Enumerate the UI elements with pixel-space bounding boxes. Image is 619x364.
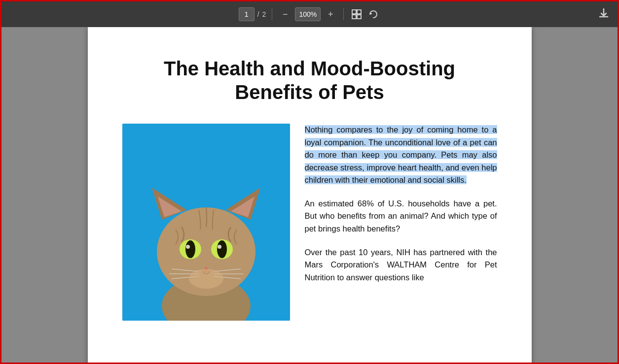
svg-marker-4 <box>370 12 372 15</box>
document-title: The Health and Mood-Boosting Benefits of… <box>122 57 497 104</box>
download-button[interactable] <box>598 7 610 21</box>
divider-2 <box>343 8 344 20</box>
pdf-viewport: The Health and Mood-Boosting Benefits of… <box>1 27 618 364</box>
fit-page-button[interactable] <box>350 7 364 21</box>
page-separator: / <box>257 10 259 18</box>
highlighted-paragraph-1: Nothing compares to the joy of coming ho… <box>305 125 497 184</box>
current-page-value: 1 <box>245 10 249 18</box>
cat-image <box>122 124 290 321</box>
svg-rect-0 <box>352 10 356 14</box>
svg-rect-3 <box>357 15 361 19</box>
svg-rect-2 <box>352 15 356 19</box>
content-row: Nothing compares to the joy of coming ho… <box>122 124 497 321</box>
toolbar-controls: 1 / 2 − 100% + <box>239 7 381 21</box>
rotate-icon <box>368 9 379 20</box>
fit-page-icon <box>351 9 362 20</box>
divider-1 <box>272 8 272 20</box>
paragraph-1: Nothing compares to the joy of coming ho… <box>305 124 497 187</box>
zoom-level-display[interactable]: 100% <box>295 7 321 21</box>
paragraph-3: Over the past 10 years, NIH has partnere… <box>305 246 497 284</box>
svg-point-25 <box>189 269 223 289</box>
pdf-toolbar: 1 / 2 − 100% + <box>1 1 618 27</box>
rotate-button[interactable] <box>366 7 380 21</box>
svg-point-14 <box>186 245 190 249</box>
svg-point-13 <box>185 240 195 258</box>
svg-point-16 <box>217 240 227 258</box>
cat-illustration <box>122 124 290 321</box>
page-number-input[interactable]: 1 <box>239 7 255 21</box>
text-column: Nothing compares to the joy of coming ho… <box>305 124 497 295</box>
svg-point-17 <box>218 245 221 249</box>
total-pages: 2 <box>262 10 266 18</box>
zoom-value: 100% <box>299 10 317 18</box>
title-line-2: Benefits of Pets <box>122 80 497 104</box>
paragraph-2: An estimated 68% of U.S. households have… <box>305 198 497 235</box>
download-icon <box>598 7 610 19</box>
pdf-page: The Health and Mood-Boosting Benefits of… <box>88 27 532 364</box>
zoom-out-button[interactable]: − <box>278 7 292 21</box>
svg-rect-1 <box>357 10 361 14</box>
title-line-1: The Health and Mood-Boosting <box>122 57 497 80</box>
zoom-in-button[interactable]: + <box>324 7 337 21</box>
